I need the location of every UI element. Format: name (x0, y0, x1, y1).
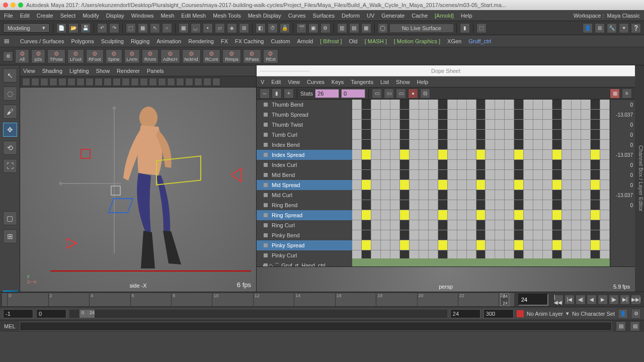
toolbox-icon[interactable]: ⊞ (595, 23, 605, 33)
dope-cell[interactable] (448, 220, 457, 230)
dope-cell[interactable] (562, 210, 572, 220)
dope-cell[interactable] (410, 130, 419, 140)
dope-cell[interactable] (419, 100, 429, 110)
render-settings-icon[interactable]: ⚙ (320, 23, 331, 33)
xray-joints-icon[interactable] (149, 78, 157, 86)
dope-cell[interactable] (562, 220, 572, 230)
dope-cell[interactable] (552, 200, 562, 210)
dope-cell[interactable] (495, 150, 505, 160)
dope-row-ring-spread[interactable]: Ring Spread (257, 210, 352, 220)
dope-cell[interactable] (600, 120, 610, 130)
single-pane-icon[interactable]: ▢ (3, 211, 17, 225)
dope-cell[interactable] (352, 140, 362, 150)
shelf-btn-lfoot[interactable]: LFoot (67, 49, 84, 63)
tab-channel-box[interactable]: Channel Box / Layer Editor (638, 70, 644, 287)
dope-cell[interactable] (400, 150, 410, 160)
bookmark-icon[interactable] (31, 78, 39, 86)
dope-cell[interactable] (495, 180, 505, 190)
film-gate-icon[interactable] (58, 78, 66, 86)
shelf-btn-rext[interactable]: RExt (263, 49, 278, 63)
dope-cell[interactable] (591, 160, 600, 170)
frame-all-icon[interactable]: ▭ (372, 88, 382, 99)
dope-cell[interactable] (352, 220, 362, 230)
dope-cell[interactable] (371, 140, 381, 150)
dope-cell[interactable] (362, 210, 371, 220)
dope-cell[interactable] (591, 100, 600, 110)
dope-cell[interactable] (467, 240, 476, 250)
dope-cell[interactable] (581, 210, 591, 220)
dope-cell[interactable] (533, 120, 543, 130)
dope-cell[interactable] (419, 150, 429, 160)
redo-icon[interactable]: ↷ (109, 23, 119, 33)
snap-point-icon[interactable]: • (203, 23, 213, 33)
dope-cell[interactable] (352, 120, 362, 130)
dope-cell[interactable] (486, 220, 495, 230)
dope-cell[interactable] (581, 190, 591, 200)
dope-edit[interactable]: Edit (271, 79, 281, 85)
dope-grid[interactable] (352, 100, 610, 266)
dope-cell[interactable] (390, 120, 400, 130)
dope-cell[interactable] (543, 100, 552, 110)
play-back-icon[interactable]: ◀ (587, 295, 597, 305)
dope-cell[interactable] (600, 190, 610, 200)
window-controls[interactable] (3, 3, 23, 8)
dope-cell[interactable] (581, 140, 591, 150)
dope-cell[interactable] (400, 180, 410, 190)
dope-cell[interactable] (467, 210, 476, 220)
dope-cell[interactable] (400, 140, 410, 150)
dope-cell[interactable] (543, 220, 552, 230)
dope-outliner[interactable]: Thumb BendThumb SpreadThumb TwistTumb Cu… (257, 100, 352, 266)
dope-cell[interactable] (429, 230, 438, 240)
dope-cell[interactable] (543, 190, 552, 200)
shelf-mash[interactable]: [ MASH ] (365, 38, 387, 44)
triangle-icon[interactable] (231, 168, 244, 182)
dope-cell[interactable] (400, 220, 410, 230)
dope-cell[interactable] (562, 170, 572, 180)
dope-cell[interactable] (505, 160, 514, 170)
dope-cell[interactable] (572, 130, 581, 140)
dope-cell[interactable] (429, 170, 438, 180)
dope-cell[interactable] (362, 140, 371, 150)
dope-cell[interactable] (457, 180, 467, 190)
dope-cell[interactable] (362, 240, 371, 250)
dope-cell[interactable] (352, 190, 362, 200)
time-track[interactable]: 24 24 024681012141618202224 (2, 293, 514, 306)
dope-cell[interactable] (600, 230, 610, 240)
dope-cell[interactable] (514, 150, 524, 160)
camera-icon[interactable] (22, 78, 30, 86)
new-scene-icon[interactable]: 📄 (56, 23, 66, 33)
dope-cell[interactable] (562, 120, 572, 130)
dope-row-ring-bend[interactable]: Ring Bend (257, 200, 352, 210)
dope-cell[interactable] (524, 130, 533, 140)
menu-help[interactable]: Help (461, 13, 472, 19)
menu-arnold[interactable]: [Arnold] (435, 13, 454, 19)
dope-cell[interactable] (514, 240, 524, 250)
center-icon[interactable]: ▭ (396, 88, 406, 99)
menu-windows[interactable]: Windows (131, 13, 154, 19)
dope-cell[interactable] (591, 140, 600, 150)
move-nearest-key-icon[interactable]: ↔ (260, 88, 270, 99)
dope-cell[interactable] (591, 190, 600, 200)
dope-cell[interactable] (419, 120, 429, 130)
dope-cell[interactable] (533, 110, 543, 120)
dope-cell[interactable] (600, 200, 610, 210)
dope-cell[interactable] (524, 200, 533, 210)
dope-cell[interactable] (457, 100, 467, 110)
dope-cell[interactable] (524, 210, 533, 220)
dope-cell[interactable] (429, 160, 438, 170)
add-key-icon[interactable]: + (284, 88, 294, 99)
dope-cell[interactable] (514, 140, 524, 150)
dope-cell[interactable] (352, 170, 362, 180)
dope-cell[interactable] (457, 230, 467, 240)
dope-cell[interactable] (572, 120, 581, 130)
dope-cell[interactable] (438, 190, 448, 200)
vp2-icon[interactable] (212, 78, 220, 86)
dope-node-bottom[interactable]: ⊕ ◇ ⌒ Gruf_rt_Hand_ctrl (257, 260, 352, 266)
dope-cell[interactable] (533, 180, 543, 190)
step-back-icon[interactable]: ◀| (576, 295, 586, 305)
construction-icon[interactable]: ⬚ (476, 23, 487, 33)
dope-cell[interactable] (572, 160, 581, 170)
shelf-btn-nckhd[interactable]: NckHd (182, 49, 201, 63)
dope-cell[interactable] (371, 120, 381, 130)
dope-cell[interactable] (381, 230, 390, 240)
